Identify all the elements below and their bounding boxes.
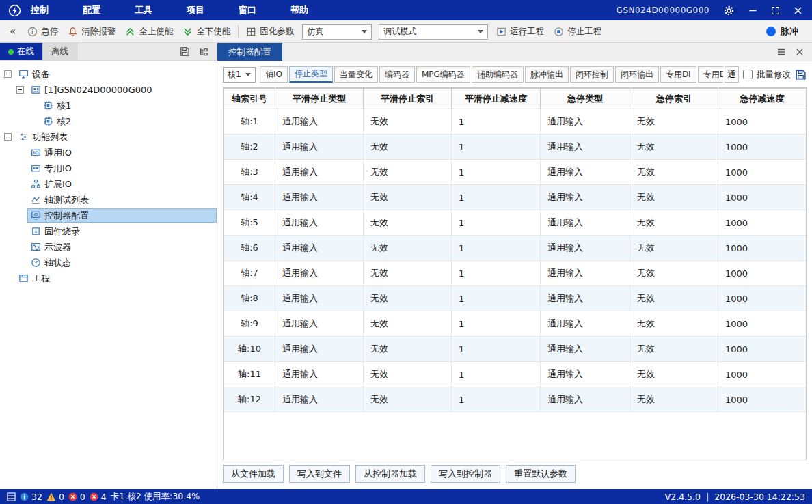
menu-tools[interactable]: 工具 xyxy=(135,4,152,16)
axis-index-cell[interactable]: 轴:12 xyxy=(224,387,275,412)
param-cell[interactable]: 通用输入 xyxy=(275,387,364,412)
tab-stop-type[interactable]: 停止类型 xyxy=(289,66,333,83)
param-cell[interactable]: 1000 xyxy=(718,160,807,185)
load-from-controller-button[interactable]: 从控制器加载 xyxy=(355,465,425,483)
axis-index-cell[interactable]: 轴:1 xyxy=(224,109,275,135)
param-cell[interactable]: 通用输入 xyxy=(541,160,630,185)
tree-item-core-1[interactable]: 核1 xyxy=(0,98,217,113)
solidify-params-button[interactable]: 固化参数 xyxy=(241,20,299,42)
tab-dedicated-do[interactable]: 专用DO xyxy=(698,66,723,83)
axis-index-cell[interactable]: 轴:7 xyxy=(224,261,275,286)
param-cell[interactable]: 通用输入 xyxy=(275,337,364,362)
param-cell[interactable]: 1 xyxy=(452,261,541,286)
fatal-count[interactable]: 4 xyxy=(90,492,107,502)
panel-close-icon[interactable] xyxy=(796,48,804,56)
minimize-button[interactable] xyxy=(748,6,757,15)
param-cell[interactable]: 无效 xyxy=(364,337,452,362)
param-cell[interactable]: 1 xyxy=(452,185,541,210)
tree-structure-icon[interactable] xyxy=(198,46,208,57)
core-select[interactable]: 核1 xyxy=(223,67,256,83)
param-cell[interactable]: 无效 xyxy=(364,236,452,261)
tab-axis-io[interactable]: 轴IO xyxy=(260,66,288,83)
param-cell[interactable]: 1000 xyxy=(718,109,807,135)
param-cell[interactable]: 通用输入 xyxy=(275,210,364,236)
menu-window[interactable]: 窗口 xyxy=(239,4,256,16)
write-to-file-button[interactable]: 写入到文件 xyxy=(289,465,350,483)
axis-index-cell[interactable]: 轴:2 xyxy=(224,135,275,160)
clear-alarm-button[interactable]: 清除报警 xyxy=(63,20,120,42)
save-tree-icon[interactable] xyxy=(180,46,190,57)
param-cell[interactable]: 无效 xyxy=(364,387,452,412)
tree-item-project[interactable]: 工程 xyxy=(0,270,217,286)
axis-index-cell[interactable]: 轴:4 xyxy=(224,185,275,210)
tree-item-firmware-burn[interactable]: 固件烧录 xyxy=(0,223,217,239)
collapse-expander-icon[interactable] xyxy=(4,70,12,78)
tab-pulse-output[interactable]: 脉冲输出 xyxy=(525,66,569,83)
tree-item-oscilloscope[interactable]: 示波器 xyxy=(0,239,217,255)
param-cell[interactable]: 无效 xyxy=(364,311,452,337)
param-cell[interactable]: 通用输入 xyxy=(541,236,630,261)
param-cell[interactable]: 1 xyxy=(452,236,541,261)
param-cell[interactable]: 通用输入 xyxy=(275,109,364,135)
menu-project[interactable]: 项目 xyxy=(187,4,204,16)
param-cell[interactable]: 1 xyxy=(452,387,541,412)
tab-mpg-encoder[interactable]: MPG编码器 xyxy=(416,66,470,83)
error-count[interactable]: 0 xyxy=(68,492,85,502)
tree-item-extended-io[interactable]: 扩展IO xyxy=(0,176,217,192)
reset-defaults-button[interactable]: 重置默认参数 xyxy=(506,465,576,483)
tree-item-function-list[interactable]: 功能列表 xyxy=(0,129,217,145)
param-cell[interactable]: 1 xyxy=(452,135,541,160)
maximize-button[interactable] xyxy=(771,6,780,15)
param-cell[interactable]: 1000 xyxy=(718,387,807,412)
param-cell[interactable]: 无效 xyxy=(364,185,452,210)
param-cell[interactable]: 1000 xyxy=(718,337,807,362)
close-button[interactable] xyxy=(794,6,802,15)
panel-menu-icon[interactable] xyxy=(776,47,786,57)
param-cell[interactable]: 通用输入 xyxy=(541,109,630,135)
collapse-sidebar-button[interactable]: « xyxy=(3,25,23,38)
enable-all-button[interactable]: 全上使能 xyxy=(120,20,178,42)
param-cell[interactable]: 无效 xyxy=(364,160,452,185)
param-cell[interactable]: 通用输入 xyxy=(541,210,630,236)
axis-index-cell[interactable]: 轴:9 xyxy=(224,311,275,337)
menu-config[interactable]: 配置 xyxy=(83,4,100,16)
axis-index-cell[interactable]: 轴:6 xyxy=(224,236,275,261)
collapse-expander-icon[interactable] xyxy=(16,86,24,94)
tab-dedicated-di[interactable]: 专用DI xyxy=(660,66,696,83)
menu-help[interactable]: 帮助 xyxy=(290,4,308,16)
tree-item-devices[interactable]: 设备 xyxy=(0,66,217,82)
axis-index-cell[interactable]: 轴:10 xyxy=(224,337,275,362)
tree-item-general-io[interactable]: IO通用IO xyxy=(0,145,217,160)
param-cell[interactable]: 通用输入 xyxy=(541,261,630,286)
param-cell[interactable]: 通用输入 xyxy=(275,362,364,387)
param-cell[interactable]: 通用输入 xyxy=(541,135,630,160)
emergency-stop-button[interactable]: 急停 xyxy=(23,20,63,42)
param-cell[interactable]: 无效 xyxy=(630,337,718,362)
axis-index-cell[interactable]: 轴:3 xyxy=(224,160,275,185)
tree-item-controller-config[interactable]: 控制器配置 xyxy=(0,208,217,223)
param-cell[interactable]: 无效 xyxy=(630,286,718,311)
param-cell[interactable]: 无效 xyxy=(630,135,718,160)
tree-item-dedicated-io[interactable]: 专用IO xyxy=(0,160,217,176)
debug-mode-select[interactable]: 调试模式 xyxy=(379,24,488,40)
tab-encoder[interactable]: 编码器 xyxy=(379,66,415,83)
param-cell[interactable]: 无效 xyxy=(364,135,452,160)
param-cell[interactable]: 通用输入 xyxy=(275,311,364,337)
collapse-expander-icon[interactable] xyxy=(4,133,12,141)
axis-index-cell[interactable]: 轴:5 xyxy=(224,210,275,236)
param-cell[interactable]: 1000 xyxy=(718,236,807,261)
param-cell[interactable]: 通用输入 xyxy=(541,362,630,387)
tab-online[interactable]: 在线 xyxy=(0,43,43,60)
param-cell[interactable]: 无效 xyxy=(630,236,718,261)
warning-count[interactable]: 0 xyxy=(46,492,64,502)
param-cell[interactable]: 1000 xyxy=(718,362,807,387)
param-cell[interactable]: 通用输入 xyxy=(275,261,364,286)
param-cell[interactable]: 通用输入 xyxy=(275,185,364,210)
param-cell[interactable]: 无效 xyxy=(630,109,718,135)
param-cell[interactable]: 通用输入 xyxy=(541,185,630,210)
info-count[interactable]: 32 xyxy=(20,492,42,502)
param-cell[interactable]: 1 xyxy=(452,160,541,185)
param-cell[interactable]: 无效 xyxy=(364,210,452,236)
param-cell[interactable]: 通用输入 xyxy=(275,160,364,185)
stop-project-button[interactable]: 停止工程 xyxy=(549,20,606,42)
